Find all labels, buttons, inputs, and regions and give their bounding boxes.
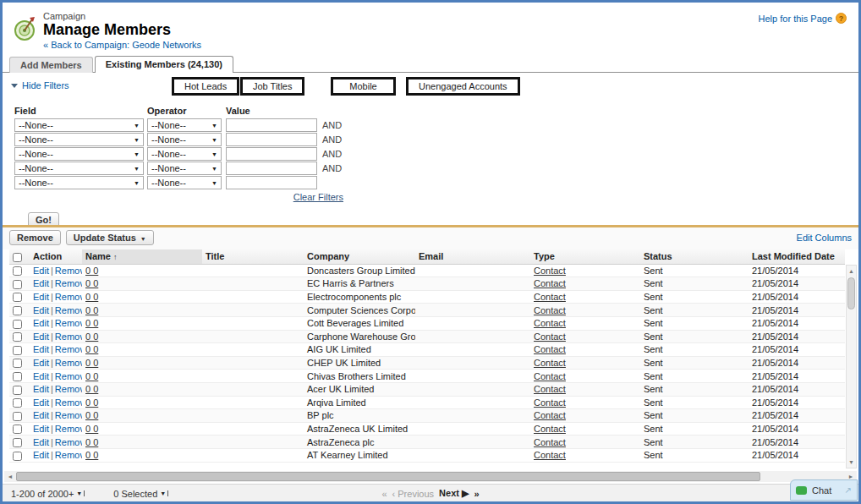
operator-select[interactable]: --None-- ▼	[147, 162, 222, 175]
unengaged-accounts-button[interactable]: Unengaged Accounts	[406, 77, 520, 96]
remove-link[interactable]: Remove	[55, 292, 82, 302]
status-header[interactable]: Status	[640, 249, 749, 264]
edit-link[interactable]: Edit	[33, 358, 49, 368]
member-name-link[interactable]: 0 0	[85, 344, 98, 354]
member-name-link[interactable]: 0 0	[85, 410, 98, 420]
row-checkbox[interactable]	[13, 266, 22, 276]
field-select[interactable]: --None-- ▼	[14, 162, 144, 175]
type-header[interactable]: Type	[530, 249, 640, 264]
remove-link[interactable]: Remove	[55, 410, 82, 420]
value-input[interactable]	[226, 147, 317, 161]
member-name-link[interactable]: 0 0	[85, 292, 98, 302]
tab-add-members[interactable]: Add Members	[9, 57, 93, 73]
member-name-link[interactable]: 0 0	[85, 397, 98, 408]
type-link[interactable]: Contact	[534, 410, 566, 420]
operator-select[interactable]: --None-- ▼	[147, 176, 222, 189]
clear-filters-link[interactable]: Clear Filters	[293, 192, 343, 202]
type-link[interactable]: Contact	[534, 384, 566, 394]
type-link[interactable]: Contact	[534, 318, 566, 328]
member-name-link[interactable]: 0 0	[85, 371, 98, 381]
edit-link[interactable]: Edit	[33, 450, 49, 460]
field-select[interactable]: --None-- ▼	[14, 147, 144, 161]
horizontal-scroll-thumb[interactable]	[16, 472, 760, 481]
value-input[interactable]	[226, 133, 317, 146]
back-to-campaign-link[interactable]: « Back to Campaign: Geode Networks	[43, 40, 201, 50]
type-link[interactable]: Contact	[534, 305, 566, 315]
remove-link[interactable]: Remove	[55, 397, 82, 408]
member-name-link[interactable]: 0 0	[85, 437, 98, 447]
first-page-button[interactable]: «	[381, 489, 387, 499]
action-header[interactable]: Action	[30, 249, 82, 264]
remove-link[interactable]: Remove	[55, 344, 82, 354]
select-all-checkbox[interactable]	[13, 253, 22, 262]
horizontal-scrollbar[interactable]: ◄ ►	[4, 471, 857, 482]
row-checkbox[interactable]	[13, 386, 22, 395]
row-checkbox[interactable]	[13, 293, 22, 302]
hide-filters-toggle[interactable]: Hide Filters	[11, 80, 69, 90]
edit-link[interactable]: Edit	[33, 410, 49, 420]
row-checkbox[interactable]	[13, 425, 22, 434]
row-checkbox[interactable]	[13, 438, 22, 447]
help-icon[interactable]: ?	[836, 13, 847, 24]
edit-link[interactable]: Edit	[33, 344, 49, 354]
mobile-button[interactable]: Mobile	[331, 77, 396, 96]
value-input[interactable]	[226, 162, 317, 175]
title-header[interactable]: Title	[202, 249, 304, 264]
remove-link[interactable]: Remove	[55, 266, 82, 276]
field-select[interactable]: --None-- ▼	[14, 133, 144, 146]
edit-link[interactable]: Edit	[33, 266, 49, 276]
remove-link[interactable]: Remove	[55, 450, 82, 460]
member-name-link[interactable]: 0 0	[85, 266, 98, 276]
remove-link[interactable]: Remove	[55, 331, 82, 342]
operator-select[interactable]: --None-- ▼	[147, 147, 222, 161]
remove-link[interactable]: Remove	[55, 437, 82, 447]
previous-page-button[interactable]: ‹ Previous	[392, 489, 435, 499]
member-name-link[interactable]: 0 0	[85, 278, 98, 288]
row-checkbox[interactable]	[13, 398, 22, 408]
field-select[interactable]: --None-- ▼	[14, 118, 144, 132]
scroll-up-icon[interactable]: ▲	[847, 266, 856, 277]
edit-link[interactable]: Edit	[33, 397, 49, 408]
hot-leads-button[interactable]: Hot Leads	[172, 77, 239, 96]
edit-link[interactable]: Edit	[33, 305, 49, 315]
member-name-link[interactable]: 0 0	[85, 358, 98, 368]
type-link[interactable]: Contact	[534, 292, 566, 302]
member-name-link[interactable]: 0 0	[85, 331, 98, 342]
row-checkbox[interactable]	[13, 452, 22, 461]
scroll-down-icon[interactable]: ▼	[847, 457, 856, 468]
edit-columns-link[interactable]: Edit Columns	[797, 233, 852, 243]
vertical-scrollbar[interactable]: ▲ ▼	[846, 265, 857, 468]
company-header[interactable]: Company	[304, 249, 415, 264]
update-status-button[interactable]: Update Status▼	[66, 230, 154, 245]
row-checkbox[interactable]	[13, 320, 22, 329]
name-header[interactable]: Name↑	[82, 249, 202, 264]
remove-button[interactable]: Remove	[9, 230, 61, 245]
value-input[interactable]	[226, 176, 317, 189]
edit-link[interactable]: Edit	[33, 331, 49, 342]
type-link[interactable]: Contact	[534, 437, 566, 447]
type-link[interactable]: Contact	[534, 266, 566, 276]
row-checkbox[interactable]	[13, 306, 22, 315]
last-modified-header[interactable]: Last Modified Date	[749, 249, 845, 264]
next-page-button[interactable]: Next ▶	[439, 488, 469, 499]
scroll-right-icon[interactable]: ►	[845, 474, 857, 479]
email-header[interactable]: Email	[415, 249, 530, 264]
member-name-link[interactable]: 0 0	[85, 424, 98, 434]
edit-link[interactable]: Edit	[33, 384, 49, 394]
edit-link[interactable]: Edit	[33, 318, 49, 328]
edit-link[interactable]: Edit	[33, 278, 49, 288]
operator-select[interactable]: --None-- ▼	[147, 118, 222, 132]
expand-chat-icon[interactable]: ↗	[845, 485, 852, 495]
edit-link[interactable]: Edit	[33, 437, 49, 447]
remove-link[interactable]: Remove	[55, 384, 82, 394]
remove-link[interactable]: Remove	[55, 278, 82, 288]
remove-link[interactable]: Remove	[55, 305, 82, 315]
field-select[interactable]: --None-- ▼	[14, 176, 144, 189]
remove-link[interactable]: Remove	[55, 358, 82, 368]
job-titles-button[interactable]: Job Titles	[240, 77, 304, 96]
member-name-link[interactable]: 0 0	[85, 318, 98, 328]
remove-link[interactable]: Remove	[55, 424, 82, 434]
type-link[interactable]: Contact	[534, 278, 566, 288]
type-link[interactable]: Contact	[534, 344, 566, 354]
row-checkbox[interactable]	[13, 346, 22, 355]
